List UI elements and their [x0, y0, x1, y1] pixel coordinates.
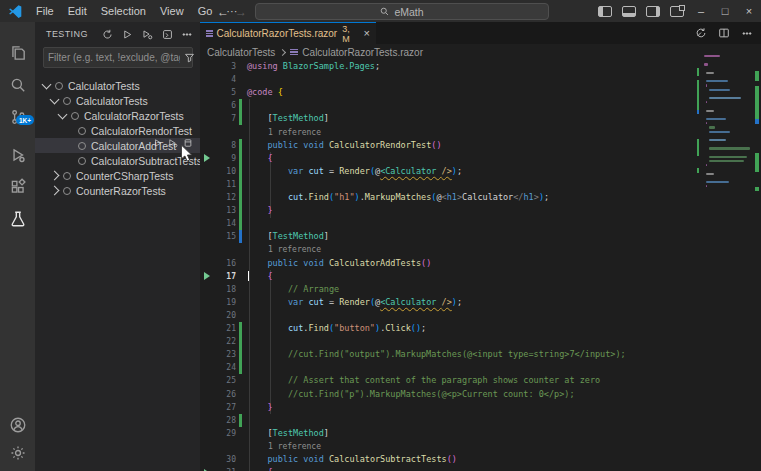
- code-line-6[interactable]: 6: [200, 99, 761, 112]
- git-added-gutter-bar: [236, 335, 247, 348]
- codelens-reference[interactable]: 1 reference: [200, 440, 761, 453]
- code-line-17[interactable]: 17 {: [200, 270, 761, 283]
- code-line-26[interactable]: 26 //cut.Find("p").MarkupMatches(@<p>Cur…: [200, 388, 761, 401]
- command-center[interactable]: eMath: [255, 3, 549, 20]
- code-line-18[interactable]: 18 // Arrange: [200, 283, 761, 296]
- filter-funnel-icon[interactable]: [184, 50, 195, 66]
- minimize-button[interactable]: –: [689, 0, 713, 22]
- testing-icon[interactable]: [0, 204, 35, 234]
- code-line-20[interactable]: 20: [200, 309, 761, 322]
- toggle-primary-sidebar-icon[interactable]: [593, 0, 617, 22]
- close-window-button[interactable]: ×: [737, 0, 761, 22]
- show-output-icon[interactable]: [159, 26, 175, 42]
- code-line-9[interactable]: 9 {: [200, 152, 761, 165]
- test-tree-item-calculatorrazortests[interactable]: CalculatorRazorTests: [35, 108, 200, 123]
- code-line-5[interactable]: 5@code {: [200, 86, 761, 99]
- code-line-10[interactable]: 10 var cut = Render(@<Calculator />);: [200, 165, 761, 178]
- code-line-31[interactable]: 31 {: [200, 466, 761, 471]
- test-tree-item-calculatorrendortest[interactable]: CalculatorRendorTest: [35, 123, 200, 138]
- more-actions-icon[interactable]: [739, 25, 755, 41]
- back-arrow-icon[interactable]: ←: [214, 1, 232, 23]
- more-actions-icon[interactable]: [179, 26, 195, 42]
- tab-close-icon[interactable]: ×: [364, 28, 370, 39]
- chevron-right-icon[interactable]: [50, 171, 60, 181]
- code-text: {: [247, 466, 273, 471]
- codelens-reference[interactable]: 1 reference: [200, 126, 761, 139]
- minimap[interactable]: [700, 55, 756, 235]
- code-line-29[interactable]: 29 [TestMethod]: [200, 427, 761, 440]
- maximize-button[interactable]: □: [713, 0, 737, 22]
- extensions-icon[interactable]: [0, 172, 35, 202]
- tab-calculatorrazortests[interactable]: CalculatorRazorTests.razor 3, M ×: [200, 22, 376, 44]
- code-line-21[interactable]: 21 cut.Find("button").Click();: [200, 322, 761, 335]
- source-control-icon[interactable]: 1K+: [0, 102, 35, 132]
- test-tree-item-calculatortests[interactable]: CalculatorTests: [35, 78, 200, 93]
- test-tree-item-calculatoraddtest[interactable]: CalculatorAddTest: [35, 138, 200, 153]
- code-line-15[interactable]: 15 [TestMethod]: [200, 230, 761, 243]
- open-changes-icon[interactable]: [693, 25, 709, 41]
- debug-test-icon[interactable]: [168, 138, 178, 153]
- run-and-debug-icon[interactable]: [0, 140, 35, 170]
- code-text: public void CalculatorRendorTest(): [247, 139, 442, 152]
- codelens-label[interactable]: 1 reference: [247, 442, 321, 451]
- test-tree-item-counterrazortests[interactable]: CounterRazorTests: [35, 183, 200, 198]
- overview-ruler-mark: [755, 119, 759, 124]
- code-line-22[interactable]: 22: [200, 335, 761, 348]
- run-all-tests-icon[interactable]: [119, 26, 135, 42]
- split-editor-icon[interactable]: [716, 25, 732, 41]
- menu-file[interactable]: File: [29, 5, 61, 17]
- run-test-gutter-icon[interactable]: [200, 272, 214, 280]
- menu-view[interactable]: View: [153, 5, 191, 17]
- code-line-8[interactable]: 8 public void CalculatorRendorTest(): [200, 139, 761, 152]
- breadcrumb-item-file[interactable]: CalculatorRazorTests.razor: [302, 47, 423, 58]
- explorer-icon[interactable]: [0, 38, 35, 68]
- breadcrumb-item-folder[interactable]: CalculatorTests: [207, 47, 275, 58]
- search-sidebar-icon[interactable]: [0, 70, 35, 100]
- code-line-19[interactable]: 19 var cut = Render(@<Calculator />);: [200, 296, 761, 309]
- code-line-16[interactable]: 16 public void CalculatorAddTests(): [200, 257, 761, 270]
- chevron-down-icon[interactable]: [58, 109, 68, 119]
- code-line-25[interactable]: 25 // Assert that content of the paragra…: [200, 374, 761, 387]
- run-test-gutter-icon[interactable]: [200, 154, 214, 162]
- code-line-23[interactable]: 23 //cut.Find("output").MarkupMatches(@<…: [200, 348, 761, 361]
- code-line-3[interactable]: 3@using BlazorSample.Pages;: [200, 60, 761, 73]
- toggle-secondary-sidebar-icon[interactable]: [641, 0, 665, 22]
- minimap-line: [706, 80, 727, 82]
- run-test-icon[interactable]: [153, 138, 163, 153]
- code-line-4[interactable]: 4: [200, 73, 761, 86]
- chevron-right-icon[interactable]: [50, 186, 60, 196]
- chevron-down-icon[interactable]: [42, 79, 52, 89]
- refresh-tests-icon[interactable]: [99, 26, 115, 42]
- forward-arrow-icon[interactable]: →: [232, 1, 250, 23]
- test-tree-item-countercsharptests[interactable]: CounterCSharpTests: [35, 168, 200, 183]
- code-line-27[interactable]: 27 }: [200, 401, 761, 414]
- chevron-down-icon[interactable]: [50, 94, 60, 104]
- customize-layout-icon[interactable]: [665, 0, 689, 22]
- code-line-13[interactable]: 13 }: [200, 204, 761, 217]
- test-filter-input[interactable]: [44, 52, 184, 63]
- code-line-12[interactable]: 12 cut.Find("h1").MarkupMatches(@<h1>Cal…: [200, 191, 761, 204]
- gutter-space: [236, 453, 247, 466]
- settings-gear-icon[interactable]: [0, 438, 35, 468]
- menu-selection[interactable]: Selection: [94, 5, 153, 17]
- test-filter-box: [43, 47, 193, 68]
- debug-all-tests-icon[interactable]: [139, 26, 155, 42]
- toggle-panel-icon[interactable]: [617, 0, 641, 22]
- code-line-24[interactable]: 24: [200, 361, 761, 374]
- codelens-reference[interactable]: 1 reference: [200, 243, 761, 256]
- git-added-gutter-bar: [236, 112, 247, 125]
- minimap-line: [704, 55, 720, 57]
- codelens-label[interactable]: 1 reference: [247, 245, 321, 254]
- overview-ruler-mark: [755, 187, 759, 192]
- codelens-label[interactable]: 1 reference: [247, 128, 321, 137]
- code-line-7[interactable]: 7 [TestMethod]: [200, 112, 761, 125]
- code-line-11[interactable]: 11: [200, 178, 761, 191]
- code-line-28[interactable]: 28: [200, 414, 761, 427]
- account-icon[interactable]: [0, 410, 35, 440]
- test-tree-item-calculatortests[interactable]: CalculatorTests: [35, 93, 200, 108]
- line-number: 7: [214, 114, 236, 123]
- code-line-30[interactable]: 30 public void CalculatorSubtractTests(): [200, 453, 761, 466]
- code-line-14[interactable]: 14: [200, 217, 761, 230]
- test-tree-item-calculatorsubtracttests[interactable]: CalculatorSubtractTests: [35, 153, 200, 168]
- menu-edit[interactable]: Edit: [61, 5, 94, 17]
